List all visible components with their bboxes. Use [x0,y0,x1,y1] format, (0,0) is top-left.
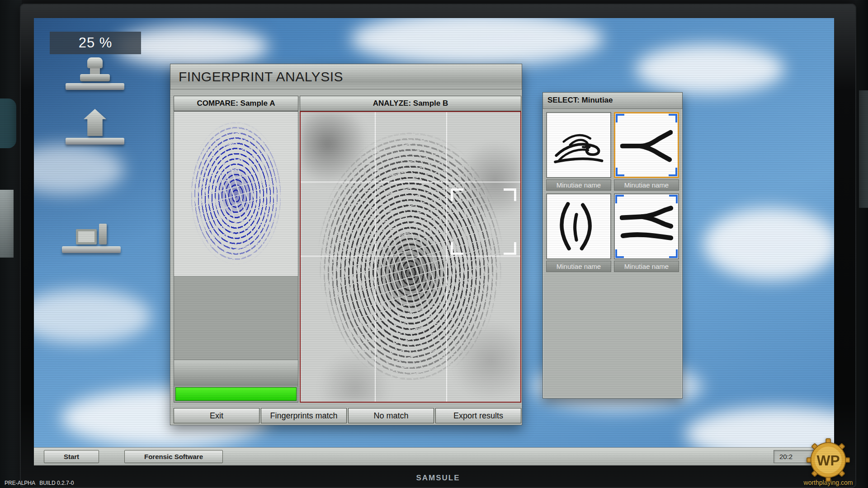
desktop-icon-computer[interactable] [62,210,121,253]
taskbar: Start Forensic Software 20:2 [34,447,834,465]
fingerprint-sample-a [185,115,287,271]
minutiae-panel-title: SELECT: Minutiae [543,93,682,109]
compare-panel-spacer [174,276,298,360]
icon-shelf [62,246,121,253]
cloud-shape [635,44,784,94]
window-title: FINGERPRINT ANALYSIS [170,64,522,89]
minutiae-grid: Minutiae name Minutiae name [543,109,682,275]
delta-minutia-icon [552,199,605,253]
stamp-icon [66,47,124,81]
export-results-button[interactable]: Export results [435,408,521,423]
window-blind-shape [0,190,14,258]
compare-panel-strip [174,360,298,386]
sample-b-viewport[interactable] [300,111,521,403]
double-bifurcation-minutia-icon [620,199,673,253]
taskbar-app-forensic-software[interactable]: Forensic Software [124,450,223,463]
window-button-row: Exit Fingerprints match No match Export … [174,408,521,423]
grid-line [301,182,520,183]
desktop-icon-house[interactable] [66,102,124,145]
desktop-wallpaper: 25 % FINGERPRINT ANALYSIS COMPARE: S [34,18,834,465]
minutia-option-2[interactable]: Minutiae name [614,112,679,191]
minutia-option-4[interactable]: Minutiae name [614,193,679,272]
match-progress-bar [175,387,297,401]
selection-corner [669,114,677,122]
minutia-label: Minutiae name [546,179,611,191]
room-background-right [855,0,868,488]
minutia-thumbnail-selected[interactable] [614,193,679,259]
compare-panel [174,111,298,403]
selection-brackets [451,188,516,255]
cloud-shape [350,18,604,66]
exit-button[interactable]: Exit [174,408,259,423]
panel-headers: COMPARE: Sample A ANALYZE: Sample B [174,96,521,111]
analyze-header: ANALYZE: Sample B [300,96,521,111]
desktop-icon-stamp[interactable] [66,47,124,90]
grid-line [375,112,376,402]
icon-shelf [66,83,124,90]
umbrella-shape [0,99,16,148]
monitor-brand: SAMSULE [20,474,856,483]
icon-shelf [66,138,124,145]
minutia-thumbnail[interactable] [546,112,611,178]
cloud-shape [703,208,834,280]
compare-header: COMPARE: Sample A [174,96,298,111]
build-version-label: PRE-ALPHA BUILD 0.2.7-0 [5,480,74,486]
fingerprints-match-button[interactable]: Fingerprints match [261,408,347,423]
minutia-label: Minutiae name [614,179,679,191]
minutia-label: Minutiae name [546,261,611,272]
computer-icon [62,210,121,244]
room-background-left [0,0,22,488]
selection-corner [669,195,678,203]
sample-a-viewport [174,112,298,276]
whorl-minutia-icon [552,118,605,172]
no-match-button[interactable]: No match [348,408,434,423]
selection-corner [669,168,677,176]
minutia-option-1[interactable]: Minutiae name [546,112,611,191]
minutia-thumbnail[interactable] [546,193,611,259]
minutia-label: Minutiae name [614,261,679,272]
fingerprint-sample-b [311,121,510,392]
wall-panel-shape [859,90,868,208]
grid-line [301,256,520,257]
minutiae-panel: SELECT: Minutiae Minutiae name [542,92,683,399]
grid-line [446,112,447,402]
watermark-logo-text: WP [817,452,840,469]
selection-corner [615,249,624,258]
selection-corner [615,195,624,203]
minutia-thumbnail-selected[interactable] [614,112,679,178]
selection-corner [616,168,624,176]
selection-corner [669,249,678,258]
worthplaying-gear-logo-icon: WP [807,438,850,482]
house-icon [66,102,124,136]
start-button[interactable]: Start [44,450,99,463]
fingerprint-analysis-window: FINGERPRINT ANALYSIS COMPARE: Sample A A… [170,64,522,425]
watermark: WP worthplaying.com [797,438,859,486]
match-progress-track [174,386,298,402]
minutia-option-3[interactable]: Minutiae name [546,193,611,272]
selection-corner [616,114,624,122]
cloud-shape [34,289,151,343]
monitor-bezel: 25 % FINGERPRINT ANALYSIS COMPARE: S [20,4,856,488]
bifurcation-minutia-icon [620,118,673,172]
cloud-shape [34,145,124,194]
